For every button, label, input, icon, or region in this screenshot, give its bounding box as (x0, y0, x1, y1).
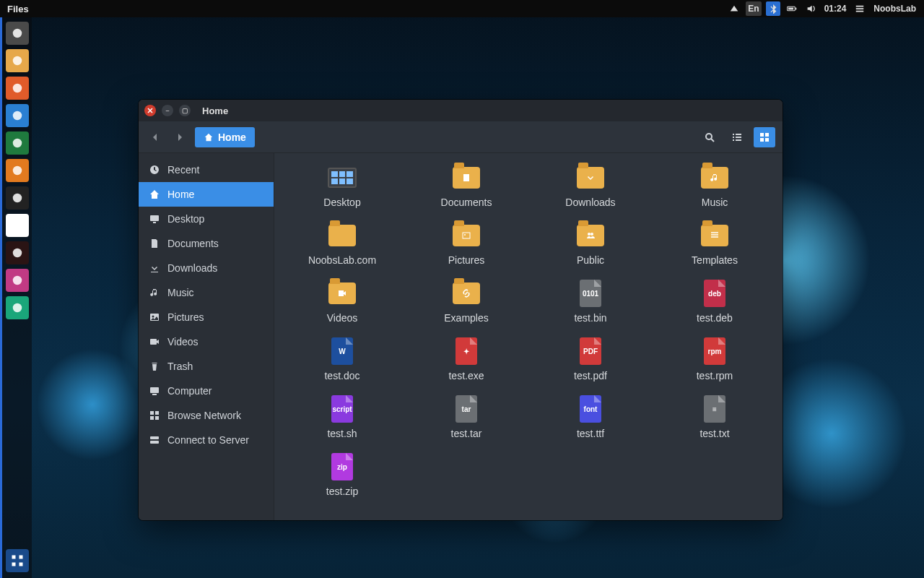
file-pane[interactable]: DesktopDocumentsDownloadsMusicNoobsLab.c… (274, 153, 783, 520)
file-item[interactable]: Downloads (528, 163, 653, 208)
svg-point-18 (706, 134, 712, 139)
svg-point-38 (464, 234, 466, 236)
user-menu[interactable]: NoobsLab (871, 1, 918, 16)
folder-icon (453, 225, 480, 246)
files-icon[interactable] (6, 49, 29, 72)
file-item[interactable]: Wtest.doc (280, 337, 404, 381)
sidebar-item-computer[interactable]: Computer (139, 379, 274, 403)
svg-rect-23 (150, 215, 159, 221)
folder-icon (453, 282, 480, 304)
sidebar-item-videos[interactable]: Videos (139, 329, 274, 354)
svg-rect-28 (150, 387, 159, 393)
svg-rect-22 (765, 138, 769, 142)
file-name: Documents (441, 197, 492, 208)
search-button[interactable] (699, 127, 720, 147)
file-item[interactable]: NoobsLab.com (280, 221, 404, 266)
firefox-icon[interactable] (6, 77, 29, 100)
breadcrumb-label: Home (218, 131, 246, 143)
sidebar-item-recent[interactable]: Recent (139, 158, 274, 182)
launcher-bar (0, 17, 32, 578)
file-item[interactable]: PDFtest.pdf (528, 337, 653, 381)
file-name: Desktop (323, 197, 360, 208)
clock[interactable]: 01:24 (822, 1, 849, 16)
file-item[interactable]: Pictures (404, 221, 528, 266)
calendar-icon[interactable] (6, 131, 29, 155)
file-item[interactable]: Music (653, 163, 777, 208)
sidebar-item-desktop[interactable]: Desktop (139, 207, 274, 231)
menu-icon[interactable] (853, 1, 867, 16)
breadcrumb-home[interactable]: Home (195, 127, 255, 147)
file-item[interactable]: Examples (404, 279, 528, 324)
sidebar-item-label: Connect to Server (167, 434, 249, 446)
volume-indicator[interactable] (803, 1, 818, 16)
show-apps-icon[interactable] (6, 549, 29, 572)
file-item[interactable]: Desktop (280, 163, 404, 208)
folder-icon (701, 225, 728, 246)
file-name: Downloads (565, 197, 615, 208)
file-icon: W (331, 337, 353, 365)
shield-icon[interactable] (6, 296, 29, 319)
sidebar-item-documents[interactable]: Documents (139, 231, 274, 256)
sidebar-item-label: Documents (167, 238, 219, 249)
bluetooth-indicator[interactable] (766, 1, 780, 16)
settings-icon[interactable] (6, 269, 29, 292)
svg-rect-36 (463, 174, 469, 181)
software-icon[interactable] (6, 104, 29, 127)
svg-rect-15 (19, 556, 22, 559)
file-item[interactable]: fonttest.ttf (528, 394, 653, 439)
view-grid-button[interactable] (754, 127, 775, 147)
file-item[interactable]: ≡test.txt (653, 394, 777, 439)
file-item[interactable]: Templates (653, 221, 777, 266)
svg-rect-33 (155, 416, 159, 420)
charts-icon[interactable] (6, 159, 29, 182)
file-item[interactable]: tartest.tar (404, 394, 528, 439)
network-indicator[interactable] (727, 1, 741, 16)
svg-rect-2 (788, 8, 793, 10)
file-item[interactable]: 0101test.bin (528, 279, 653, 324)
file-icon: zip (331, 453, 353, 480)
ubuntu-logo[interactable] (6, 22, 29, 45)
file-item[interactable]: ✦test.exe (404, 337, 528, 381)
sidebar-item-label: Videos (167, 336, 199, 348)
sidebar-item-downloads[interactable]: Downloads (139, 256, 274, 280)
active-app-label[interactable]: Files (0, 4, 29, 14)
file-name: test.tar (451, 428, 482, 439)
file-item[interactable]: Public (528, 221, 653, 266)
file-item[interactable]: ziptest.zip (280, 452, 404, 497)
file-item[interactable]: scripttest.sh (280, 394, 404, 439)
sidebar-item-home[interactable]: Home (139, 182, 274, 207)
view-list-button[interactable] (726, 127, 748, 147)
file-icon: font (580, 395, 601, 423)
svg-point-7 (12, 139, 22, 148)
nav-forward-button[interactable] (170, 128, 189, 147)
file-icon: tar (456, 395, 477, 423)
sidebar-item-label: Desktop (167, 213, 204, 225)
sidebar-item-label: Trash (167, 361, 193, 372)
file-item[interactable]: Documents (404, 163, 528, 208)
keyboard-language-indicator[interactable]: En (746, 1, 761, 16)
svg-rect-37 (463, 233, 470, 238)
file-item[interactable]: rpmtest.rpm (653, 337, 777, 381)
file-item[interactable]: debtest.deb (653, 279, 777, 324)
battery-indicator[interactable] (785, 1, 799, 16)
svg-rect-29 (152, 394, 157, 395)
file-name: test.zip (326, 486, 358, 497)
sidebar-item-pictures[interactable]: Pictures (139, 305, 274, 329)
svg-rect-17 (19, 563, 22, 566)
sidebar-item-connect-to-server[interactable]: Connect to Server (139, 428, 274, 452)
places-sidebar: RecentHomeDesktopDocumentsDownloadsMusic… (139, 153, 274, 520)
window-close-button[interactable] (144, 105, 156, 116)
amazon-icon[interactable] (6, 214, 29, 237)
sidebar-item-trash[interactable]: Trash (139, 354, 274, 379)
window-titlebar[interactable]: – ▢ Home (139, 100, 783, 121)
file-name: test.exe (448, 370, 484, 381)
sidebar-item-browse-network[interactable]: Browse Network (139, 403, 274, 428)
window-maximize-button[interactable]: ▢ (179, 105, 191, 116)
sidebar-item-music[interactable]: Music (139, 280, 274, 305)
folder-icon (328, 225, 356, 246)
window-minimize-button[interactable]: – (162, 105, 173, 116)
file-item[interactable]: Videos (280, 279, 404, 324)
record-icon[interactable] (6, 241, 29, 264)
updater-icon[interactable] (6, 186, 29, 210)
nav-back-button[interactable] (146, 128, 165, 147)
